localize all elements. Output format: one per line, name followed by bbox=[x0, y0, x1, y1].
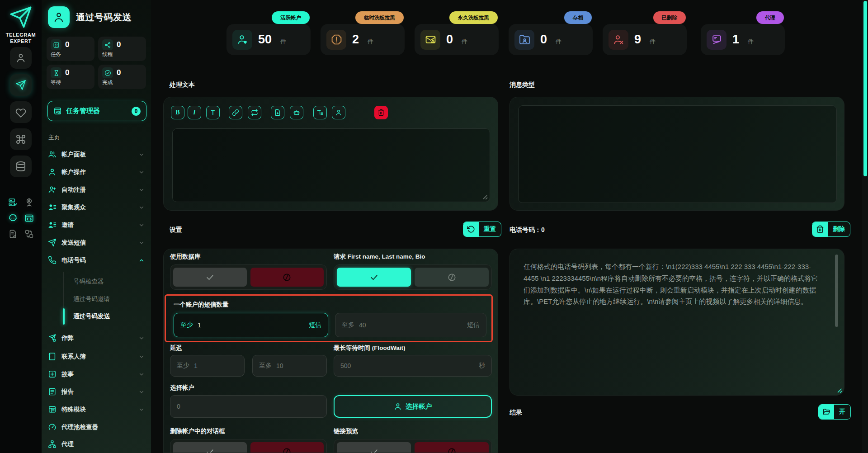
sidebar-item-phone-numbers[interactable]: 电话号码 bbox=[42, 251, 151, 269]
select-account-button[interactable]: 选择帐户 bbox=[334, 395, 492, 418]
sidebar-item-contacts-book[interactable]: 联系人簿 bbox=[42, 348, 151, 365]
sidebar: 通过号码发送 0 任务 0 线程 0 等待 0 完成 任务管理器 0 主页 帐户… bbox=[42, 0, 151, 453]
check-icon bbox=[370, 273, 378, 282]
chevron-down-icon bbox=[138, 406, 145, 413]
sidebar-subitem-number-checker[interactable]: 号码检查器 bbox=[73, 274, 146, 289]
chevron-up-icon bbox=[138, 257, 145, 264]
threads-icon bbox=[102, 39, 113, 50]
toggle-no-option[interactable] bbox=[250, 442, 324, 453]
sidebar-item-account-ops[interactable]: 帐户操作 bbox=[42, 163, 151, 181]
floodwait-input[interactable]: 500 秒 bbox=[334, 355, 492, 377]
message-text-input[interactable] bbox=[172, 128, 490, 202]
ban-icon bbox=[448, 448, 456, 453]
ban-icon bbox=[283, 448, 291, 453]
hourglass-icon bbox=[51, 67, 61, 78]
use-database-label: 使用数据库 bbox=[170, 253, 201, 261]
textarea-scrollbar-thumb[interactable] bbox=[835, 255, 838, 327]
ban-icon bbox=[448, 273, 456, 282]
sidebar-item-proxy-pool-checker[interactable]: 代理池检查器 bbox=[42, 418, 151, 436]
resize-handle[interactable] bbox=[482, 194, 487, 199]
user-x-icon bbox=[609, 30, 628, 50]
rail-item-sender[interactable] bbox=[10, 74, 32, 96]
stat-done: 0 完成 bbox=[98, 65, 146, 89]
delete-phones-button[interactable]: 删除 bbox=[812, 222, 850, 237]
account-count-input[interactable]: 0 bbox=[170, 395, 327, 418]
server-check-icon[interactable] bbox=[8, 198, 18, 207]
phone-list-input[interactable]: 任何格式的电话号码列表，每个都有一个新行：\n1(222)333 4455\n1… bbox=[524, 261, 822, 307]
task-manager-button[interactable]: 任务管理器 0 bbox=[47, 101, 146, 121]
rail-item-commands[interactable] bbox=[10, 128, 32, 150]
use-database-toggle bbox=[170, 264, 327, 290]
swap-icon[interactable] bbox=[24, 229, 34, 239]
active-submenu-indicator bbox=[63, 308, 65, 325]
status-badge: 存档 bbox=[564, 11, 592, 24]
person-camera-icon[interactable] bbox=[24, 198, 34, 207]
gauge-icon bbox=[48, 423, 57, 431]
sidebar-item-send-sms[interactable]: 发送短信 bbox=[42, 234, 151, 251]
sidebar-item-special-modules[interactable]: 特殊模块 bbox=[42, 401, 151, 418]
gear-bot-icon[interactable] bbox=[8, 213, 18, 223]
chevron-down-icon bbox=[138, 389, 145, 395]
bold-button[interactable]: B bbox=[171, 106, 184, 119]
toggle-yes-option[interactable] bbox=[337, 268, 411, 287]
request-profile-toggle bbox=[334, 264, 492, 290]
message-type-area[interactable] bbox=[518, 105, 837, 203]
toggle-no-option[interactable] bbox=[415, 442, 489, 453]
app-logo-icon bbox=[0, 5, 42, 29]
text-button[interactable]: T bbox=[206, 106, 220, 119]
mention-user-button[interactable] bbox=[332, 106, 345, 119]
delay-max-input[interactable]: 至多 10 bbox=[252, 355, 327, 377]
delay-min-input[interactable]: 至少 1 bbox=[170, 355, 245, 377]
repeat-button[interactable] bbox=[248, 106, 261, 119]
check-icon bbox=[206, 273, 214, 282]
page-scrollbar[interactable] bbox=[862, 0, 868, 453]
link-button[interactable] bbox=[229, 106, 242, 119]
open-results-button[interactable]: 开 bbox=[818, 404, 851, 420]
toggle-yes-option[interactable] bbox=[337, 442, 411, 453]
reset-button[interactable]: 重置 bbox=[463, 222, 501, 237]
sidebar-subitem-send-by-number[interactable]: 通过号码发送 bbox=[73, 309, 146, 324]
rail-item-database[interactable] bbox=[10, 156, 32, 177]
select-account-label: 选择帐户 bbox=[170, 384, 194, 392]
sidebar-item-auto-register[interactable]: 自动注册 bbox=[42, 181, 151, 198]
status-card-temp-ban: 临时洗板拉黑 2件 bbox=[321, 24, 405, 55]
sidebar-subitem-invite-by-number[interactable]: 通过号码邀请 bbox=[73, 292, 146, 307]
check-icon bbox=[206, 448, 214, 453]
clear-text-button[interactable] bbox=[374, 106, 388, 119]
chevron-down-icon bbox=[138, 169, 145, 175]
sidebar-item-reports[interactable]: 报告 bbox=[42, 383, 151, 401]
sidebar-item-cheat[interactable]: 作弊 bbox=[42, 329, 151, 347]
message-type-panel bbox=[509, 97, 844, 211]
chevron-down-icon bbox=[138, 335, 145, 341]
rail-item-accounts[interactable] bbox=[10, 47, 32, 69]
sitemap-icon bbox=[48, 440, 57, 448]
chevron-down-icon bbox=[138, 354, 145, 360]
toggle-yes-option[interactable] bbox=[173, 442, 247, 453]
sidebar-item-gather-audience[interactable]: 聚集观众 bbox=[42, 198, 151, 216]
sidebar-item-invite[interactable]: 邀请 bbox=[42, 216, 151, 234]
sms-min-input[interactable]: 至少 1 短信 bbox=[174, 313, 328, 337]
toggle-no-option[interactable] bbox=[250, 268, 324, 287]
floodwait-label: 最长等待时间 (FloodWait) bbox=[334, 344, 405, 352]
document-check-icon[interactable] bbox=[8, 229, 18, 239]
database-icon bbox=[15, 161, 26, 172]
bot-button[interactable] bbox=[290, 106, 303, 119]
italic-button[interactable]: I bbox=[188, 106, 201, 119]
sidebar-item-stories[interactable]: 故事 bbox=[42, 365, 151, 383]
code-window-icon[interactable] bbox=[24, 213, 34, 223]
toggle-yes-option[interactable] bbox=[173, 268, 247, 287]
task-stats: 0 任务 0 线程 0 等待 0 完成 bbox=[47, 37, 146, 89]
page-scrollbar-thumb[interactable] bbox=[863, 1, 867, 176]
status-card-perm-ban: 永久洗板拉黑 0件 bbox=[415, 24, 499, 55]
insert-file-button[interactable] bbox=[271, 106, 284, 119]
heart-icon bbox=[15, 107, 26, 118]
sidebar-item-proxy[interactable]: 代理 bbox=[42, 435, 151, 453]
resize-handle[interactable] bbox=[836, 387, 842, 393]
sms-max-input[interactable]: 至多 40 短信 bbox=[335, 313, 486, 337]
rail-item-favorites[interactable] bbox=[10, 101, 32, 123]
sidebar-item-account-panel[interactable]: 帐户面板 bbox=[42, 146, 151, 163]
text-style-button[interactable] bbox=[313, 106, 327, 119]
paper-plane-icon bbox=[48, 238, 57, 247]
toggle-no-option[interactable] bbox=[415, 268, 489, 287]
delete-dialogs-label: 删除帐户中的对话框 bbox=[170, 427, 225, 435]
